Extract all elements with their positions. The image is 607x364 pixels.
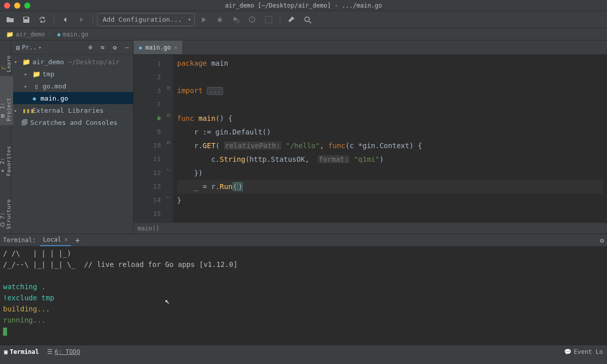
- sync-button[interactable]: [35, 13, 50, 26]
- terminal-tab-label: Local: [43, 236, 61, 243]
- library-icon: ▮▮▮: [22, 107, 30, 114]
- fold-icon[interactable]: ⊟: [167, 140, 170, 145]
- tree-item-maingo[interactable]: ◆ main.go: [11, 92, 133, 104]
- editor-breadcrumb-bottom[interactable]: main(): [134, 222, 607, 234]
- titlebar: air_demo [~/Desktop/air_demo] - .../main…: [0, 0, 607, 11]
- terminal-add-button[interactable]: +: [75, 236, 80, 245]
- project-tab[interactable]: ▤ 1: Project: [0, 76, 13, 125]
- open-button[interactable]: [3, 13, 17, 26]
- project-view-combo[interactable]: ▤ Pr.. ▾: [13, 43, 45, 52]
- folder-icon: 📁: [32, 70, 40, 78]
- folder-icon: 📁: [6, 31, 14, 38]
- project-tree: ▾ 📁 air_demo ~/Desktop/air ▸ 📁 tmp ▸ ▯ g…: [11, 55, 133, 129]
- save-button[interactable]: [19, 13, 33, 26]
- close-tab-button[interactable]: ×: [64, 236, 68, 243]
- editor-tab-maingo[interactable]: ◆ main.go ×: [134, 40, 183, 54]
- kw-func: func: [328, 142, 345, 150]
- profile-button[interactable]: [245, 13, 259, 26]
- run-config-combo[interactable]: Add Configuration...: [97, 13, 195, 26]
- folder-icon: 📁: [22, 58, 30, 66]
- fn-string: String: [220, 155, 245, 163]
- run-config-label: Add Configuration...: [103, 16, 182, 23]
- back-button[interactable]: [58, 13, 72, 26]
- svg-point-0: [218, 18, 222, 22]
- build-button[interactable]: [284, 13, 298, 26]
- expand-arrow-icon[interactable]: ▸: [14, 108, 20, 113]
- fn-run: Run: [220, 183, 232, 191]
- terminal-line: / /\ | | | |_): [3, 249, 71, 257]
- expand-arrow-icon[interactable]: ▾: [14, 59, 20, 65]
- line-number[interactable]: 1: [136, 57, 161, 70]
- terminal-settings-button[interactable]: ⚙: [600, 237, 604, 244]
- code-area[interactable]: package main import ... func main() { r …: [173, 55, 607, 222]
- expand-arrow-icon[interactable]: ▸: [24, 71, 30, 77]
- coverage-button[interactable]: [229, 13, 243, 26]
- line-number[interactable]: 12: [136, 166, 161, 179]
- line-number[interactable]: 14: [136, 193, 161, 207]
- breadcrumb-sep: 〉: [48, 30, 54, 38]
- terminal-line: watching .: [3, 283, 46, 291]
- terminal-cursor: [3, 328, 7, 336]
- folded-region[interactable]: ...: [207, 87, 223, 95]
- settings-icon[interactable]: ✿: [111, 43, 119, 52]
- fold-end-icon[interactable]: ⌙: [167, 167, 170, 172]
- debug-button[interactable]: [213, 13, 227, 26]
- hide-icon[interactable]: —: [123, 43, 131, 52]
- tree-label: Scratches and Consoles: [30, 119, 117, 126]
- tree-root[interactable]: ▾ 📁 air_demo ~/Desktop/air: [11, 56, 133, 68]
- line-number[interactable]: 3: [136, 84, 161, 98]
- run-gutter-icon[interactable]: ▶: [158, 111, 161, 125]
- close-tab-button[interactable]: ×: [174, 44, 178, 51]
- code-text: }): [177, 169, 203, 177]
- line-number[interactable]: 11: [136, 152, 161, 166]
- go-file-icon: ◆: [139, 44, 142, 51]
- line-number[interactable]: 10: [136, 139, 161, 152]
- line-number[interactable]: 9: [136, 125, 161, 139]
- param-hint: format:: [318, 155, 350, 163]
- learn-tab[interactable]: 🎓 Learn: [0, 42, 13, 76]
- structure-tab[interactable]: ⌬ 7: Structure: [0, 180, 13, 234]
- favorites-tab[interactable]: ★ 2: Favorites: [0, 125, 13, 180]
- line-number[interactable]: 8: [136, 111, 161, 125]
- breadcrumb-root[interactable]: 📁 air_demo: [4, 31, 47, 38]
- toolbar-separator: [280, 15, 280, 25]
- stop-button[interactable]: [262, 13, 276, 26]
- breadcrumb-label: main.go: [63, 31, 89, 38]
- editor-area: ◆ main.go × 1 2 3 7 8 9 10 11 12 13 14 1…: [134, 40, 607, 234]
- param-hint: relativePath:: [224, 142, 282, 150]
- locate-icon[interactable]: ⊕: [86, 43, 95, 52]
- search-button[interactable]: [300, 13, 315, 26]
- go-file-icon: ◆: [30, 95, 38, 102]
- kw-import: import: [177, 86, 203, 95]
- code-text: ,: [320, 142, 328, 150]
- line-number[interactable]: 13: [136, 179, 161, 193]
- project-view-icon: ▤: [16, 44, 20, 51]
- fold-icon[interactable]: ⊟: [167, 112, 170, 118]
- tree-item-tmp[interactable]: ▸ 📁 tmp: [11, 68, 133, 80]
- tree-item-gomod[interactable]: ▸ ▯ go.mod: [11, 80, 133, 92]
- line-number[interactable]: 2: [136, 70, 161, 84]
- forward-button[interactable]: [74, 13, 89, 26]
- terminal-tab-local[interactable]: Local ×: [40, 234, 71, 246]
- line-number[interactable]: 15: [136, 207, 161, 220]
- breadcrumb-file[interactable]: ◆ main.go: [55, 31, 91, 38]
- run-button[interactable]: [197, 13, 211, 26]
- expand-arrow-icon[interactable]: ▸: [24, 83, 30, 89]
- chevron-down-icon: ▾: [38, 45, 41, 50]
- kw-func: func: [177, 114, 194, 122]
- tree-label: External Libraries: [32, 107, 104, 114]
- line-gutter[interactable]: 1 2 3 7 8 9 10 11 12 13 14 15 ▶: [134, 55, 166, 222]
- fold-end-icon[interactable]: ⌙: [167, 194, 170, 200]
- stop-icon: [265, 16, 272, 23]
- terminal-body[interactable]: / /\ | | | |_) /_/--\ |_| |_| \_ // live…: [0, 247, 607, 360]
- fold-icon[interactable]: ⊟: [167, 85, 170, 90]
- line-number[interactable]: 7: [136, 98, 161, 111]
- fold-bar[interactable]: ⊟ ⊟ ⊟ ⌙ ⌙: [166, 55, 173, 222]
- code-text: [281, 142, 285, 150]
- tree-external-libs[interactable]: ▸ ▮▮▮ External Libraries: [11, 104, 133, 116]
- editor-body[interactable]: 1 2 3 7 8 9 10 11 12 13 14 15 ▶ ⊟ ⊟ ⊟ ⌙ …: [134, 55, 607, 222]
- expand-icon[interactable]: ⇆: [99, 43, 107, 52]
- project-view-label: Pr..: [22, 44, 36, 51]
- paren: ): [238, 182, 243, 191]
- tree-scratches[interactable]: 🗐 Scratches and Consoles: [11, 116, 133, 128]
